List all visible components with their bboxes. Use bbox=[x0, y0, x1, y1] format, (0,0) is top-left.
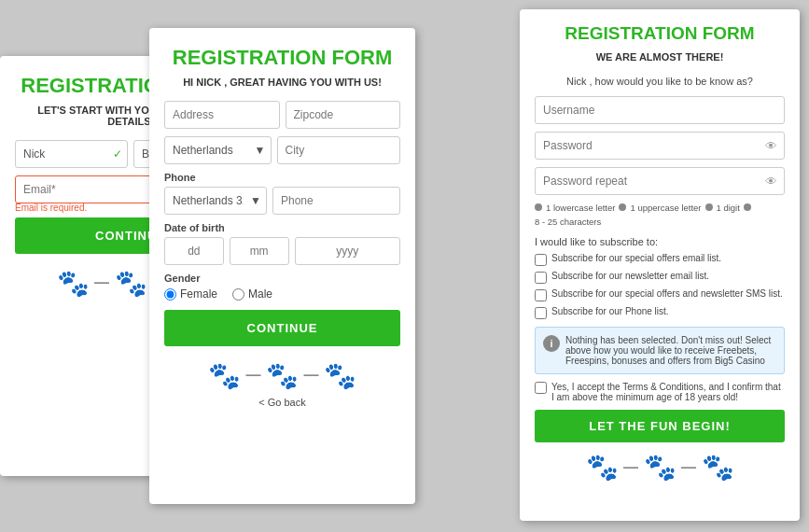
card-step-3: REGISTRATION FORM WE ARE ALMOST THERE! N… bbox=[520, 9, 800, 521]
dob-yyyy-input[interactable] bbox=[295, 237, 401, 265]
hint-4: 8 - 25 characters bbox=[535, 217, 601, 227]
subscribe-label-3: Subscribe for our special offers and new… bbox=[551, 288, 783, 299]
hint-3: 1 digit bbox=[717, 203, 740, 213]
subscribe-option-4: Subscribe for our Phone list. bbox=[535, 306, 785, 319]
card-step-2: REGISTRATION FORM HI NICK , GREAT HAVING… bbox=[149, 28, 415, 504]
hint-dot-3 bbox=[705, 203, 713, 211]
gender-male-radio[interactable] bbox=[232, 288, 244, 301]
steps-row-2: 🐾 — 🐾 — 🐾 bbox=[164, 359, 400, 391]
first-name-input[interactable] bbox=[15, 140, 128, 168]
gender-female-label: Female bbox=[180, 287, 217, 301]
step-3-icon-c3: 🐾 bbox=[702, 452, 733, 483]
gender-male-option[interactable]: Male bbox=[232, 287, 272, 301]
eye-icon: 👁 bbox=[765, 138, 777, 152]
info-box: i Nothing has been selected. Don't miss … bbox=[535, 327, 785, 374]
subscribe-label-2: Subscribe for our newsletter email list. bbox=[551, 271, 709, 281]
card3-intro: Nick , how would you like to be know as? bbox=[535, 76, 785, 87]
country-select-wrap: Netherlands Germany Belgium ▼ bbox=[164, 136, 272, 164]
info-icon: i bbox=[543, 335, 560, 352]
subscribe-checkbox-3[interactable] bbox=[535, 289, 547, 301]
phone-country-wrap: Netherlands 31 ▼ bbox=[164, 187, 267, 215]
step-1-icon: 🐾 bbox=[57, 267, 89, 299]
dob-label: Date of birth bbox=[164, 222, 400, 233]
subscribe-option-2: Subscribe for our newsletter email list. bbox=[535, 271, 785, 284]
fun-button[interactable]: LET THE FUN BEGIN! bbox=[535, 410, 785, 442]
go-back-link[interactable]: < Go back bbox=[164, 397, 400, 408]
hint-dot-1 bbox=[535, 203, 542, 211]
phone-label: Phone bbox=[164, 172, 400, 183]
password-wrap: 👁 bbox=[535, 132, 785, 160]
step-2-icon-c3: 🐾 bbox=[644, 452, 676, 483]
hint-1: 1 lowercase letter bbox=[546, 203, 615, 213]
subscribe-option-3: Subscribe for our special offers and new… bbox=[535, 288, 785, 301]
step-2-icon: 🐾 bbox=[115, 267, 146, 299]
card3-subtitle: WE ARE ALMOST THERE! bbox=[535, 51, 785, 63]
subscribe-checkbox-2[interactable] bbox=[535, 272, 547, 284]
city-input[interactable] bbox=[277, 136, 401, 164]
country-select[interactable]: Netherlands Germany Belgium bbox=[164, 136, 272, 164]
subscribe-checkbox-1[interactable] bbox=[535, 254, 547, 266]
address-input[interactable] bbox=[164, 101, 280, 129]
step-3-icon-c2: 🐾 bbox=[325, 359, 356, 391]
terms-checkbox[interactable] bbox=[535, 382, 547, 394]
gender-row: Female Male bbox=[164, 287, 400, 301]
subscribe-option-1: Subscribe for our special offers email l… bbox=[535, 253, 785, 266]
hint-2: 1 uppercase letter bbox=[630, 203, 701, 213]
gender-female-radio[interactable] bbox=[164, 288, 176, 301]
steps-row-3: 🐾 — 🐾 — 🐾 bbox=[535, 452, 785, 483]
gender-male-label: Male bbox=[248, 287, 272, 301]
password-hints: 1 lowercase letter 1 uppercase letter 1 … bbox=[535, 203, 785, 227]
step-1-icon-c2: 🐾 bbox=[209, 359, 241, 391]
info-text: Nothing has been selected. Don't miss ou… bbox=[565, 335, 776, 366]
card2-title: REGISTRATION FORM bbox=[164, 47, 400, 69]
password-input[interactable] bbox=[535, 132, 785, 160]
step-2-icon-c2: 🐾 bbox=[267, 359, 299, 391]
subscribe-label-4: Subscribe for our Phone list. bbox=[551, 306, 669, 316]
terms-text: Yes, I accept the Terms & Conditions, an… bbox=[551, 382, 785, 402]
password-repeat-wrap: 👁 bbox=[535, 167, 785, 195]
subscribe-checkbox-4[interactable] bbox=[535, 307, 547, 319]
zipcode-input[interactable] bbox=[286, 101, 401, 129]
hint-dot-2 bbox=[619, 203, 626, 211]
phone-country-select[interactable]: Netherlands 31 bbox=[164, 187, 267, 215]
subscribe-label-1: Subscribe for our special offers email l… bbox=[551, 253, 721, 263]
continue-button-2[interactable]: CONTINUE bbox=[164, 310, 400, 346]
gender-label: Gender bbox=[164, 273, 400, 284]
eye-repeat-icon: 👁 bbox=[765, 174, 777, 188]
card2-subtitle: HI NICK , GREAT HAVING YOU WITH US! bbox=[164, 77, 400, 88]
terms-row: Yes, I accept the Terms & Conditions, an… bbox=[535, 382, 785, 402]
gender-female-option[interactable]: Female bbox=[164, 287, 217, 301]
step-1-icon-c3: 🐾 bbox=[586, 452, 618, 483]
first-name-wrap: ✓ bbox=[15, 140, 128, 168]
dob-mm-input[interactable] bbox=[230, 237, 289, 265]
dob-dd-input[interactable] bbox=[164, 237, 224, 265]
password-repeat-input[interactable] bbox=[535, 167, 785, 195]
subscribe-title: I would like to subscribe to: bbox=[535, 236, 785, 247]
check-icon: ✓ bbox=[113, 147, 122, 161]
phone-input[interactable] bbox=[272, 187, 400, 215]
card3-title: REGISTRATION FORM bbox=[535, 24, 785, 44]
subscribe-section: I would like to subscribe to: Subscribe … bbox=[535, 236, 785, 319]
username-input[interactable] bbox=[535, 96, 785, 124]
hint-dot-4 bbox=[744, 203, 751, 211]
